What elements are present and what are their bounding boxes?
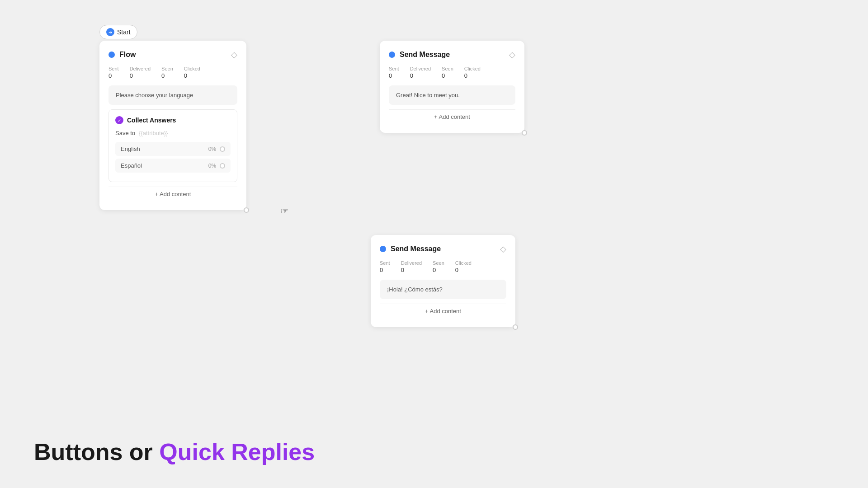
sm2-connector-dot [513, 324, 518, 330]
flow-sent-value: 0 [108, 72, 119, 79]
send-message-1-bubble: Great! Nice to meet you. [389, 85, 515, 105]
flow-seen-value: 0 [161, 72, 173, 79]
espanol-percent: 0% [208, 163, 216, 169]
espanol-option-right: 0% [208, 163, 225, 169]
sm1-stat-clicked: Clicked 0 [464, 66, 481, 79]
flow-card-title: Flow [119, 51, 136, 59]
sm1-connector-dot [522, 130, 527, 136]
send-message-1-header: Send Message ◇ [389, 50, 515, 60]
espanol-connector [220, 163, 225, 169]
sm2-stat-seen: Seen 0 [433, 260, 444, 273]
send-message-2-text: ¡Hola! ¿Cómo estás? [387, 286, 443, 293]
send-message-1-text: Great! Nice to meet you. [396, 92, 460, 99]
send-message-card-1: Send Message ◇ Sent 0 Delivered 0 Seen 0… [380, 41, 524, 133]
collect-answers-header: ✓ Collect Answers [115, 116, 231, 124]
sm2-delivered-value: 0 [401, 267, 422, 273]
flow-stat-clicked: Clicked 0 [184, 66, 200, 79]
sm2-stat-sent: Sent 0 [380, 260, 390, 273]
sm2-sent-label: Sent [380, 260, 390, 266]
sm2-stat-delivered: Delivered 0 [401, 260, 422, 273]
start-arrow-icon: ➜ [106, 28, 114, 36]
attribute-placeholder: {{attribute}} [139, 130, 168, 136]
flow-card-stats: Sent 0 Delivered 0 Seen 0 Clicked 0 [108, 66, 237, 79]
send-message-2-title: Send Message [391, 245, 441, 253]
sm1-delivered-value: 0 [410, 72, 431, 79]
send-message-1-title: Send Message [400, 51, 450, 59]
flow-add-content-label: + Add content [155, 191, 191, 197]
start-label: Start [117, 28, 131, 36]
send-message-2-header: Send Message ◇ [380, 244, 506, 254]
answer-option-english: English 0% [115, 142, 231, 156]
english-label: English [121, 145, 140, 152]
flow-message-bubble: Please choose your language [108, 85, 237, 105]
sm2-add-content-btn[interactable]: + Add content [380, 304, 506, 318]
sm2-clicked-label: Clicked [455, 260, 472, 266]
english-option-right: 0% [208, 146, 225, 152]
english-percent: 0% [208, 146, 216, 152]
flow-card-header: Flow ◇ [108, 50, 237, 60]
send-message-1-stats: Sent 0 Delivered 0 Seen 0 Clicked 0 [389, 66, 515, 79]
flow-message-text: Please choose your language [116, 92, 193, 99]
save-to-label: Save to [115, 130, 135, 136]
save-to-row: Save to {{attribute}} [115, 130, 231, 136]
send-message-2-title-group: Send Message [380, 245, 441, 253]
cursor [280, 206, 289, 215]
sm2-sent-value: 0 [380, 267, 390, 273]
collect-answers-icon: ✓ [115, 116, 123, 124]
flow-stat-delivered: Delivered 0 [130, 66, 151, 79]
start-button[interactable]: ➜ Start [99, 25, 137, 39]
bottom-text-part1: Buttons or [34, 439, 159, 465]
collect-answers-title: Collect Answers [127, 117, 176, 124]
flow-seen-label: Seen [161, 66, 173, 71]
english-connector [220, 146, 225, 152]
flow-add-content-btn[interactable]: + Add content [108, 187, 237, 201]
sm1-clicked-label: Clicked [464, 66, 481, 71]
flow-clicked-value: 0 [184, 72, 200, 79]
flow-card: Flow ◇ Sent 0 Delivered 0 Seen 0 Clicked… [99, 41, 246, 210]
flow-card-edit-icon[interactable]: ◇ [231, 50, 237, 60]
flow-stat-sent: Sent 0 [108, 66, 119, 79]
flow-card-title-group: Flow [108, 51, 136, 59]
send-message-2-bubble: ¡Hola! ¿Cómo estás? [380, 280, 506, 299]
send-message-card-2: Send Message ◇ Sent 0 Delivered 0 Seen 0… [371, 235, 515, 327]
flow-card-connector-dot [244, 207, 249, 213]
sm2-clicked-value: 0 [455, 267, 472, 273]
flow-sent-label: Sent [108, 66, 119, 71]
sm1-add-content-label: + Add content [434, 113, 470, 120]
sm1-seen-value: 0 [442, 72, 453, 79]
espanol-label: Español [121, 162, 142, 169]
bottom-text-part2: Quick Replies [159, 439, 315, 465]
collect-answers-section: ✓ Collect Answers Save to {{attribute}} … [108, 109, 237, 182]
sm2-add-content-label: + Add content [425, 308, 461, 314]
sm2-seen-value: 0 [433, 267, 444, 273]
sm1-seen-label: Seen [442, 66, 453, 71]
sm1-clicked-value: 0 [464, 72, 481, 79]
sm2-delivered-label: Delivered [401, 260, 422, 266]
sm2-seen-label: Seen [433, 260, 444, 266]
sm1-add-content-btn[interactable]: + Add content [389, 109, 515, 124]
send-message-2-edit-icon[interactable]: ◇ [500, 244, 506, 254]
answer-option-espanol: Español 0% [115, 159, 231, 173]
flow-stat-seen: Seen 0 [161, 66, 173, 79]
flow-clicked-label: Clicked [184, 66, 200, 71]
send-message-1-edit-icon[interactable]: ◇ [509, 50, 515, 60]
sm2-stat-clicked: Clicked 0 [455, 260, 472, 273]
sm1-sent-label: Sent [389, 66, 399, 71]
sm1-sent-value: 0 [389, 72, 399, 79]
sm1-stat-delivered: Delivered 0 [410, 66, 431, 79]
sm1-delivered-label: Delivered [410, 66, 431, 71]
flow-card-dot [108, 52, 115, 58]
bottom-text: Buttons or Quick Replies [34, 438, 315, 465]
send-message-1-dot [389, 52, 395, 58]
sm1-stat-sent: Sent 0 [389, 66, 399, 79]
send-message-2-dot [380, 246, 386, 252]
send-message-2-stats: Sent 0 Delivered 0 Seen 0 Clicked 0 [380, 260, 506, 273]
flow-delivered-value: 0 [130, 72, 151, 79]
send-message-1-title-group: Send Message [389, 51, 450, 59]
sm1-stat-seen: Seen 0 [442, 66, 453, 79]
flow-delivered-label: Delivered [130, 66, 151, 71]
